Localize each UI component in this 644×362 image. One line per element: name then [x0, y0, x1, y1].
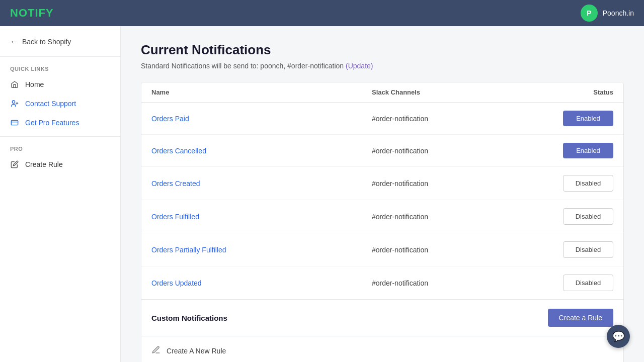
disabled-button[interactable]: Disabled — [563, 241, 613, 258]
notifications-table: Name Slack Channels Status Orders Paid#o… — [141, 82, 624, 362]
chat-bubble-button[interactable]: 💬 — [607, 325, 630, 348]
enabled-button[interactable]: Enabled — [563, 111, 613, 126]
slack-channel-cell: #order-notification — [372, 213, 523, 221]
status-cell: Enabled — [523, 143, 613, 158]
back-to-shopify-btn[interactable]: ← Back to Shopify — [0, 31, 120, 52]
notification-name-link[interactable]: Orders Created — [151, 179, 372, 188]
col-header-channels: Slack Channels — [372, 88, 523, 96]
sidebar: ← Back to Shopify QUICK LINKS Home — [0, 26, 121, 362]
layout: ← Back to Shopify QUICK LINKS Home — [0, 26, 644, 362]
col-header-status: Status — [523, 88, 613, 96]
table-body: Orders Paid#order-notificationEnabledOrd… — [141, 103, 623, 299]
svg-rect-3 — [11, 120, 18, 125]
disabled-button[interactable]: Disabled — [563, 208, 613, 225]
sidebar-item-home[interactable]: Home — [0, 75, 120, 94]
disabled-button[interactable]: Disabled — [563, 175, 613, 192]
pencil-icon — [10, 160, 19, 169]
slack-channel-cell: #order-notification — [372, 246, 523, 254]
chat-bubble-icon: 💬 — [612, 330, 625, 342]
new-rule-pencil-icon — [151, 345, 160, 356]
notification-name-link[interactable]: Orders Partially Fulfilled — [151, 246, 372, 254]
new-rule-label: Create A New Rule — [167, 347, 226, 355]
logo: NOTIFY — [10, 7, 54, 20]
main-content: Current Notifications Standard Notificat… — [121, 26, 644, 362]
notification-name-link[interactable]: Orders Cancelled — [151, 147, 372, 155]
notification-name-link[interactable]: Orders Updated — [151, 279, 372, 287]
table-row: Orders Paid#order-notificationEnabled — [141, 103, 623, 135]
col-header-name: Name — [151, 88, 372, 96]
slack-channel-cell: #order-notification — [372, 115, 523, 123]
house-icon — [10, 80, 19, 89]
sidebar-item-contact-support[interactable]: Contact Support — [0, 94, 120, 113]
notification-name-link[interactable]: Orders Fulfilled — [151, 213, 372, 221]
sidebar-divider-2 — [0, 136, 120, 137]
notification-name-link[interactable]: Orders Paid — [151, 115, 372, 123]
status-cell: Disabled — [523, 208, 613, 225]
new-rule-row[interactable]: Create A New Rule — [141, 336, 623, 362]
table-row: Orders Fulfilled#order-notificationDisab… — [141, 200, 623, 233]
quick-links-label: QUICK LINKS — [0, 61, 120, 75]
sidebar-item-create-rule[interactable]: Create Rule — [0, 155, 120, 174]
custom-notifications-label: Custom Notifications — [151, 314, 227, 322]
page-title: Current Notifications — [141, 42, 624, 58]
table-row: Orders Updated#order-notificationDisable… — [141, 266, 623, 299]
subtitle-text: Standard Notifications will be send to: … — [141, 62, 344, 70]
status-cell: Disabled — [523, 241, 613, 258]
status-cell: Enabled — [523, 111, 613, 126]
sidebar-item-get-pro-features[interactable]: Get Pro Features — [0, 113, 120, 132]
slack-channel-cell: #order-notification — [372, 279, 523, 287]
card-icon — [10, 118, 19, 127]
enabled-button[interactable]: Enabled — [563, 143, 613, 158]
table-header: Name Slack Channels Status — [141, 82, 623, 103]
create-rule-button[interactable]: Create a Rule — [548, 309, 613, 327]
sidebar-create-rule-label: Create Rule — [25, 160, 63, 168]
page-subtitle: Standard Notifications will be send to: … — [141, 62, 624, 70]
user-info: P Poonch.in — [581, 5, 634, 22]
back-label: Back to Shopify — [22, 38, 71, 46]
table-row: Orders Partially Fulfilled#order-notific… — [141, 233, 623, 266]
status-cell: Disabled — [523, 275, 613, 291]
pro-label: PRO — [0, 141, 120, 155]
update-link[interactable]: (Update) — [346, 62, 373, 70]
table-row: Orders Created#order-notificationDisable… — [141, 167, 623, 200]
back-arrow-icon: ← — [10, 37, 18, 46]
username: Poonch.in — [603, 9, 634, 17]
custom-notifications-section: Custom Notifications Create a Rule — [141, 299, 623, 336]
slack-channel-cell: #order-notification — [372, 179, 523, 188]
sidebar-home-label: Home — [25, 80, 44, 88]
slack-channel-cell: #order-notification — [372, 147, 523, 155]
sidebar-contact-support-label: Contact Support — [25, 100, 76, 108]
avatar: P — [581, 5, 598, 22]
disabled-button[interactable]: Disabled — [563, 275, 613, 291]
top-nav: NOTIFY P Poonch.in — [0, 0, 644, 26]
person-plus-icon — [10, 99, 19, 108]
table-row: Orders Cancelled#order-notificationEnabl… — [141, 135, 623, 167]
svg-point-0 — [12, 101, 15, 103]
sidebar-divider-1 — [0, 56, 120, 57]
status-cell: Disabled — [523, 175, 613, 192]
logo-notify-text: NOTIFY — [10, 7, 54, 19]
sidebar-get-pro-label: Get Pro Features — [25, 119, 79, 127]
